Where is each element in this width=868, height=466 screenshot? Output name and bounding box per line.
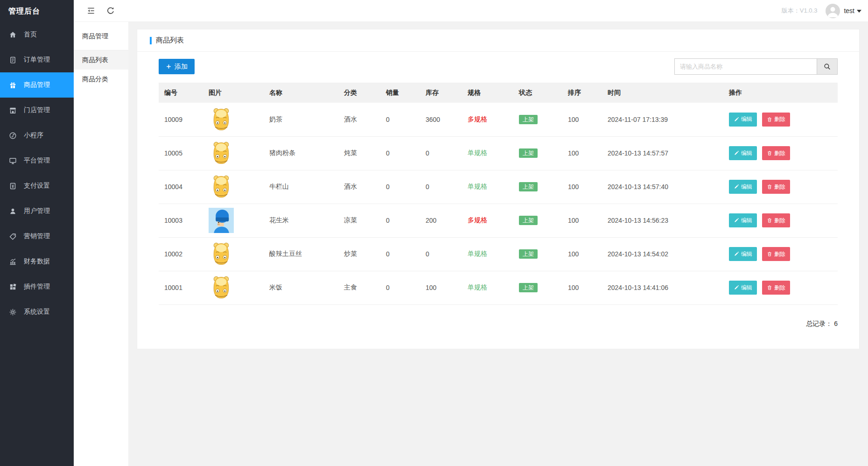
helmet-avatar-image — [209, 208, 234, 233]
table-row: 10001 米饭 主食 0 100 单规格 上架 100 2024-10-13 … — [159, 271, 838, 304]
sidebar-item-label: 财务数据 — [24, 257, 50, 266]
main-wrapper: 版本：V1.0.3 test 商品管理 商品列表 商品分类 商品列表 — [74, 0, 868, 466]
status-badge: 上架 — [519, 283, 538, 292]
sidebar-item-8[interactable]: 用户管理 — [0, 198, 74, 224]
delete-button[interactable]: 删除 — [762, 247, 790, 261]
settings-gear-icon — [9, 308, 17, 316]
cell-id: 10004 — [159, 170, 203, 204]
add-product-button[interactable]: 添加 — [159, 59, 195, 74]
delete-button[interactable]: 删除 — [762, 180, 790, 194]
sidebar-item-label: 用户管理 — [24, 207, 50, 215]
total-records: 总记录：6 — [159, 305, 838, 328]
sidebar-item-3[interactable]: 商品管理 — [0, 72, 74, 98]
edit-button[interactable]: 编辑 — [729, 146, 757, 160]
product-table: 编号图片名称分类销量库存规格状态排序时间操作 10009 奶茶 酒水 0 360… — [159, 83, 838, 305]
collapse-menu-icon[interactable] — [86, 6, 96, 15]
sidebar-item-10[interactable]: 财务数据 — [0, 249, 74, 274]
pencil-icon — [734, 285, 739, 290]
sidebar-item-label: 平台管理 — [24, 156, 50, 165]
cell-spec: 多规格 — [462, 204, 513, 237]
cell-id: 10005 — [159, 136, 203, 170]
edit-button[interactable]: 编辑 — [729, 113, 757, 127]
trash-icon — [767, 218, 772, 223]
delete-button[interactable]: 删除 — [762, 213, 790, 227]
sidebar-item-label: 商品管理 — [24, 81, 50, 89]
sidebar-item-label: 首页 — [24, 30, 37, 39]
status-badge: 上架 — [519, 148, 538, 158]
chevron-down-icon[interactable] — [857, 10, 861, 13]
sidebar-item-9[interactable]: 营销管理 — [0, 224, 74, 249]
edit-button[interactable]: 编辑 — [729, 180, 757, 194]
search-icon — [823, 63, 831, 71]
column-header: 规格 — [462, 83, 513, 103]
pencil-icon — [734, 184, 739, 190]
sidebar-item-1[interactable]: 首页 — [0, 22, 74, 47]
table-row: 10003 花生米 凉菜 0 200 多规格 上架 100 2024-10-13… — [159, 204, 838, 237]
cell-category: 炒菜 — [338, 237, 380, 271]
sidebar-item-4[interactable]: 门店管理 — [0, 98, 74, 123]
version-label: 版本：V1.0.3 — [782, 7, 818, 15]
delete-button[interactable]: 删除 — [762, 113, 790, 127]
home-icon — [9, 31, 17, 39]
cell-spec: 单规格 — [462, 136, 513, 170]
cell-sales: 0 — [380, 237, 420, 271]
cell-sales: 0 — [380, 103, 420, 136]
sidebar-item-12[interactable]: 系统设置 — [0, 299, 74, 325]
submenu-title: 商品管理 — [74, 22, 128, 50]
toolbar: 添加 — [159, 58, 838, 75]
plus-icon — [166, 64, 172, 70]
cell-image — [203, 103, 264, 136]
cell-sort: 100 — [562, 136, 602, 170]
cell-time: 2024-10-13 14:54:02 — [602, 237, 723, 271]
cell-category: 凉菜 — [338, 204, 380, 237]
cell-actions: 编辑 删除 — [723, 136, 838, 170]
column-header: 编号 — [159, 83, 203, 103]
cell-category: 主食 — [338, 271, 380, 304]
title-accent-bar — [150, 37, 152, 44]
cell-status: 上架 — [513, 204, 562, 237]
edit-button[interactable]: 编辑 — [729, 247, 757, 261]
column-header: 图片 — [203, 83, 264, 103]
column-header: 分类 — [338, 83, 380, 103]
miniprogram-icon — [9, 132, 17, 140]
column-header: 状态 — [513, 83, 562, 103]
cell-category: 炖菜 — [338, 136, 380, 170]
sidebar-item-7[interactable]: 支付设置 — [0, 173, 74, 198]
hippo-cartoon-image — [209, 141, 234, 166]
cell-name: 奶茶 — [264, 103, 338, 136]
search-input[interactable] — [674, 58, 817, 75]
pencil-icon — [734, 150, 739, 156]
user-menu[interactable]: test — [844, 7, 854, 14]
finance-chart-icon — [9, 258, 17, 266]
sidebar-nav: 首页 订单管理 商品管理 门店管理 小程序 平台管理 支付设置 用户管理 营销管… — [0, 22, 74, 325]
user-avatar[interactable] — [826, 4, 840, 18]
sidebar: 管理后台 首页 订单管理 商品管理 门店管理 小程序 平台管理 支付设置 用户管… — [0, 0, 74, 466]
submenu-item-2[interactable]: 商品分类 — [74, 70, 128, 89]
edit-button[interactable]: 编辑 — [729, 213, 757, 227]
sidebar-item-11[interactable]: 插件管理 — [0, 274, 74, 299]
delete-button[interactable]: 删除 — [762, 281, 790, 295]
cell-name: 猪肉粉条 — [264, 136, 338, 170]
cell-name: 花生米 — [264, 204, 338, 237]
sidebar-item-2[interactable]: 订单管理 — [0, 47, 74, 72]
refresh-icon[interactable] — [106, 6, 115, 15]
table-row: 10004 牛栏山 酒水 0 0 单规格 上架 100 2024-10-13 1… — [159, 170, 838, 204]
main-content: 商品列表 添加 — [128, 22, 868, 466]
payment-icon — [9, 182, 17, 190]
sidebar-item-label: 支付设置 — [24, 182, 50, 190]
topbar: 版本：V1.0.3 test — [74, 0, 868, 22]
sidebar-item-6[interactable]: 平台管理 — [0, 148, 74, 173]
sidebar-item-label: 插件管理 — [24, 282, 50, 291]
submenu-item-1[interactable]: 商品列表 — [74, 50, 128, 70]
sidebar-item-5[interactable]: 小程序 — [0, 123, 74, 148]
edit-button[interactable]: 编辑 — [729, 281, 757, 295]
cell-status: 上架 — [513, 170, 562, 204]
cell-sort: 100 — [562, 103, 602, 136]
delete-button[interactable]: 删除 — [762, 146, 790, 160]
cell-sort: 100 — [562, 170, 602, 204]
cell-sort: 100 — [562, 271, 602, 304]
cell-spec: 单规格 — [462, 237, 513, 271]
status-badge: 上架 — [519, 182, 538, 191]
search-button[interactable] — [817, 58, 838, 75]
pencil-icon — [734, 251, 739, 257]
